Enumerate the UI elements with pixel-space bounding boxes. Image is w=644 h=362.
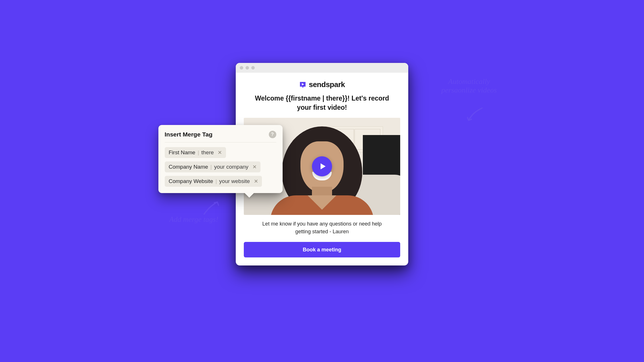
merge-tag-chip[interactable]: First Name|there✕: [165, 147, 226, 158]
play-icon: [319, 162, 327, 170]
close-icon: ✕: [254, 178, 258, 184]
annotation-personalize: Automatically persaonlize videos: [429, 77, 509, 95]
window-control-minimize[interactable]: [246, 66, 249, 70]
merge-help-button[interactable]: ?: [269, 131, 276, 138]
separator-icon: |: [213, 178, 219, 184]
brand-mark-icon: [299, 81, 306, 88]
window-control-zoom[interactable]: [251, 66, 255, 70]
book-meeting-button[interactable]: Book a meeting: [244, 242, 400, 257]
merge-tag-name: Company Name: [169, 164, 208, 170]
merge-tag-name: First Name: [169, 149, 195, 156]
merge-tag-chip[interactable]: Company Website|your website✕: [165, 176, 262, 187]
merge-tag-chip[interactable]: Company Name|your company✕: [165, 161, 261, 172]
merge-tag-list: First Name|there✕Company Name|your compa…: [165, 147, 276, 187]
merge-popover-header: Insert Merge Tag ?: [165, 131, 276, 143]
merge-tag-fallback: there: [201, 149, 214, 156]
annotation-merge-tags: Add merge tags!: [169, 215, 244, 224]
remove-tag-button[interactable]: ✕: [253, 178, 259, 184]
merge-tag-name: Company Website: [169, 178, 213, 184]
marketing-stage: sendspark Welcome {{firstname | there}}!…: [97, 54, 547, 308]
merge-tag-fallback: your website: [219, 178, 250, 184]
video-play-button[interactable]: [312, 156, 332, 176]
remove-tag-button[interactable]: ✕: [251, 164, 258, 170]
separator-icon: |: [208, 164, 214, 170]
window-control-close[interactable]: [240, 66, 243, 70]
annotation-arrow-right: [466, 107, 484, 124]
remove-tag-button[interactable]: ✕: [217, 149, 223, 156]
separator-icon: |: [195, 149, 201, 156]
help-icon: ?: [271, 132, 274, 137]
annotation-arrow-left: [201, 198, 221, 218]
brand-name: sendspark: [309, 80, 345, 89]
merge-tag-popover: Insert Merge Tag ? First Name|there✕Comp…: [158, 125, 283, 193]
merge-popover-title: Insert Merge Tag: [165, 131, 212, 138]
close-icon: ✕: [218, 150, 222, 155]
person-shirt: [270, 195, 374, 215]
window-titlebar: [236, 63, 408, 73]
merge-tag-fallback: your company: [214, 164, 248, 170]
close-icon: ✕: [252, 164, 257, 170]
video-caption: Let me know if you have any questions or…: [256, 220, 388, 236]
page-headline: Welcome {{firstname | there}}! Let's rec…: [253, 94, 391, 112]
brand-lockup: sendspark: [299, 80, 345, 89]
